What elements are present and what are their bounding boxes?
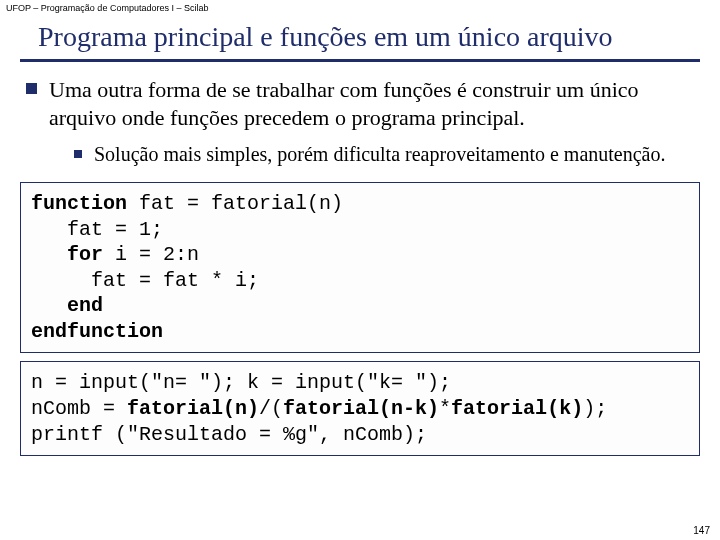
bullet-main-text: Uma outra forma de se trabalhar com funç… <box>49 76 694 132</box>
content-area: Uma outra forma de se trabalhar com funç… <box>0 62 720 168</box>
code-text: fat = 1; <box>31 218 163 241</box>
code-keyword: fatorial(n) <box>127 397 259 420</box>
code-block-function: function fat = fatorial(n) fat = 1; for … <box>20 182 700 354</box>
code-keyword: fatorial(k) <box>451 397 583 420</box>
bullet-main: Uma outra forma de se trabalhar com funç… <box>26 76 694 132</box>
bullet-sub-text: Solução mais simples, porém dificulta re… <box>94 142 665 168</box>
code-text: * <box>439 397 451 420</box>
code-text <box>31 294 67 317</box>
code-text: fat = fatorial(n) <box>127 192 343 215</box>
code-text: printf ("Resultado = %g", nComb); <box>31 423 427 446</box>
code-text <box>31 243 67 266</box>
code-text: nComb = <box>31 397 127 420</box>
page-number: 147 <box>693 525 710 536</box>
code-text: fat = fat * i; <box>31 269 259 292</box>
code-text: i = 2:n <box>103 243 199 266</box>
code-keyword: end <box>67 294 103 317</box>
code-keyword: function <box>31 192 127 215</box>
slide-title: Programa principal e funções em um único… <box>0 15 720 59</box>
code-text: /( <box>259 397 283 420</box>
bullet-sub: Solução mais simples, porém dificulta re… <box>74 142 694 168</box>
square-bullet-icon <box>74 150 82 158</box>
code-keyword: fatorial(n-k) <box>283 397 439 420</box>
code-keyword: for <box>67 243 103 266</box>
square-bullet-icon <box>26 83 37 94</box>
code-text: n = input("n= "); k = input("k= "); <box>31 371 451 394</box>
code-keyword: endfunction <box>31 320 163 343</box>
slide-header: UFOP – Programação de Computadores I – S… <box>0 0 720 15</box>
code-text: ); <box>583 397 607 420</box>
code-block-main: n = input("n= "); k = input("k= "); nCom… <box>20 361 700 456</box>
